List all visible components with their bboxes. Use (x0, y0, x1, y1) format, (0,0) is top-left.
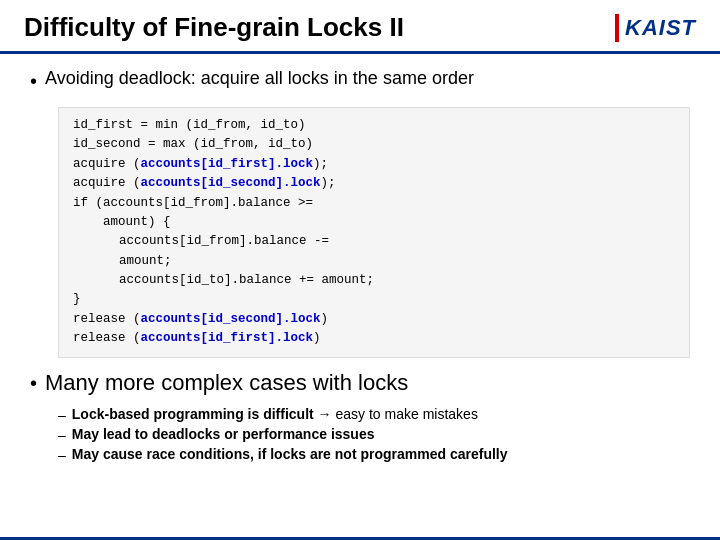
logo-text: KAIST (625, 15, 696, 41)
code-line-10: } (73, 290, 675, 309)
sub-text-2: May lead to deadlocks or performance iss… (72, 426, 375, 442)
bullet-dot-2: • (30, 372, 37, 395)
bullet-1-text: Avoiding deadlock: acquire all locks in … (45, 68, 474, 89)
sub-text-3: May cause race conditions, if locks are … (72, 446, 508, 462)
sub-dash-3: – (58, 447, 66, 463)
bullet-2: • Many more complex cases with locks (30, 370, 690, 396)
bullet-2-text: Many more complex cases with locks (45, 370, 408, 396)
code-blue-2: accounts[id_second].lock (141, 176, 321, 190)
header: Difficulty of Fine-grain Locks II KAIST (0, 0, 720, 54)
kaist-logo: KAIST (615, 14, 696, 42)
code-line-4: acquire (accounts[id_second].lock); (73, 174, 675, 193)
bullet-1: • Avoiding deadlock: acquire all locks i… (30, 68, 690, 93)
code-line-3: acquire (accounts[id_first].lock); (73, 155, 675, 174)
code-blue-3: accounts[id_second].lock (141, 312, 321, 326)
sub-bullets: – Lock-based programming is difficult → … (58, 406, 690, 463)
slide-title: Difficulty of Fine-grain Locks II (24, 12, 404, 43)
sub-dash-2: – (58, 427, 66, 443)
bullet-dot-1: • (30, 70, 37, 93)
code-line-7: accounts[id_from].balance -= (73, 232, 675, 251)
sub-bullet-1: – Lock-based programming is difficult → … (58, 406, 690, 423)
main-content: • Avoiding deadlock: acquire all locks i… (0, 54, 720, 537)
code-block: id_first = min (id_from, id_to) id_secon… (58, 107, 690, 358)
code-line-8: amount; (73, 252, 675, 271)
code-blue-4: accounts[id_first].lock (141, 331, 314, 345)
code-blue-1: accounts[id_first].lock (141, 157, 314, 171)
code-line-1: id_first = min (id_from, id_to) (73, 116, 675, 135)
sub-bullet-2: – May lead to deadlocks or performance i… (58, 426, 690, 443)
logo-bar (615, 14, 619, 42)
code-line-2: id_second = max (id_from, id_to) (73, 135, 675, 154)
sub-bullet-3: – May cause race conditions, if locks ar… (58, 446, 690, 463)
code-line-6: amount) { (73, 213, 675, 232)
code-line-9: accounts[id_to].balance += amount; (73, 271, 675, 290)
code-line-5: if (accounts[id_from].balance >= (73, 194, 675, 213)
code-line-11: release (accounts[id_second].lock) (73, 310, 675, 329)
sub-dash-1: – (58, 407, 66, 423)
code-line-12: release (accounts[id_first].lock) (73, 329, 675, 348)
sub-text-1: Lock-based programming is difficult → ea… (72, 406, 478, 422)
slide: Difficulty of Fine-grain Locks II KAIST … (0, 0, 720, 540)
